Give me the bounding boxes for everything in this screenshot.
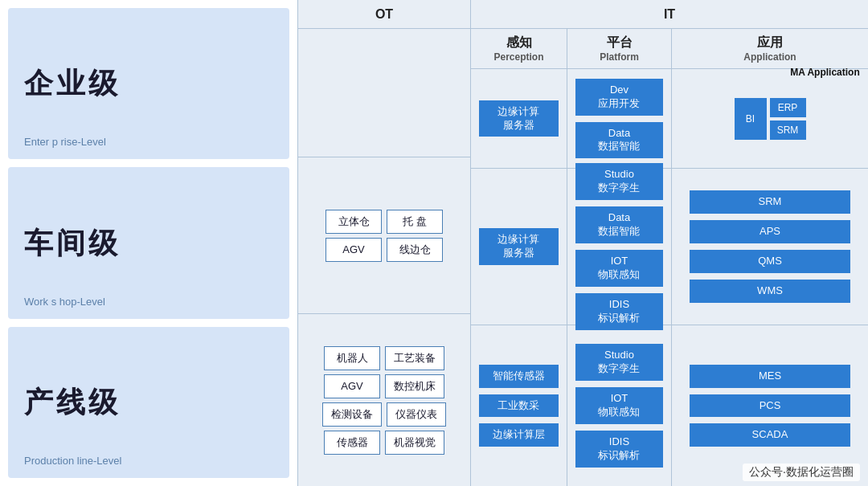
application-zh: 应用 bbox=[757, 35, 783, 51]
iot-p: IOT物联感知 bbox=[575, 387, 663, 424]
application-workshop: SRM APS QMS WMS bbox=[672, 169, 868, 325]
application-production: MES PCS SCADA bbox=[672, 325, 868, 486]
right-panel: OT IT 立体仓 托 盘 AGV 线边仓 bbox=[297, 0, 868, 486]
application-en: Application bbox=[743, 51, 796, 63]
application-enterprise: BI ERP SRM bbox=[672, 69, 868, 169]
perception-enterprise: 边缘计算服务器 bbox=[471, 69, 567, 169]
idis-w: IDIS标识解析 bbox=[575, 293, 663, 330]
ot-box-仪器仪表: 仪器仪表 bbox=[387, 402, 446, 427]
ot-workshop-section: 立体仓 托 盘 AGV 线边仓 bbox=[298, 157, 470, 314]
production-level-card: 产线级 Production line-Level bbox=[8, 327, 289, 478]
iot-w: IOT物联感知 bbox=[575, 250, 663, 287]
content-area: 立体仓 托 盘 AGV 线边仓 机器人 工艺装备 AGV bbox=[298, 29, 868, 486]
ot-enterprise-section bbox=[298, 29, 470, 157]
workshop-sub-text: Work s hop-Level bbox=[24, 296, 105, 308]
ot-workshop-row2: AGV 线边仓 bbox=[326, 238, 443, 262]
qms-box: QMS bbox=[690, 250, 851, 273]
mes-box: MES bbox=[690, 365, 851, 388]
ot-box-工艺装备: 工艺装备 bbox=[385, 346, 444, 370]
studio-digital-twin-p: Studio数字孪生 bbox=[575, 344, 663, 381]
platform-body: Dev应用开发 Data数据智能 Studio数字孪生 Data数据智能 IOT… bbox=[567, 69, 671, 486]
ot-box-托盘: 托 盘 bbox=[387, 210, 443, 234]
platform-zh: 平台 bbox=[607, 35, 633, 51]
ot-prod-row4: 传感器 机器视觉 bbox=[324, 431, 444, 455]
ot-box-agv-p: AGV bbox=[324, 374, 380, 398]
ot-prod-row3: 检测设备 仪器仪表 bbox=[322, 402, 446, 427]
ot-column: 立体仓 托 盘 AGV 线边仓 机器人 工艺装备 AGV bbox=[298, 29, 471, 486]
enterprise-sub-text: Enter p rise-Level bbox=[24, 136, 106, 148]
watermark: 公众号·数据化运营圈 bbox=[743, 464, 860, 481]
production-main-text: 产线级 bbox=[24, 386, 121, 419]
platform-en: Platform bbox=[600, 51, 639, 63]
perception-column: 感知 Perception 边缘计算服务器 边缘计算服务器 bbox=[471, 29, 567, 486]
it-header: IT bbox=[471, 0, 868, 28]
data-intelligence-ent: Data数据智能 bbox=[575, 122, 663, 159]
ma-application-label: MA Application bbox=[787, 66, 863, 80]
it-area: 感知 Perception 边缘计算服务器 边缘计算服务器 bbox=[471, 29, 868, 486]
edge-compute-layer: 边缘计算层 bbox=[479, 423, 559, 447]
srm-box-w: SRM bbox=[690, 190, 851, 214]
production-sub-text: Production line-Level bbox=[24, 455, 121, 467]
industrial-data: 工业数采 bbox=[479, 394, 559, 418]
ot-box-传感器: 传感器 bbox=[324, 431, 380, 455]
ot-box-数控机床: 数控机床 bbox=[385, 374, 444, 398]
app-enterprise-row1: BI ERP SRM bbox=[735, 98, 806, 140]
ot-prod-row2: AGV 数控机床 bbox=[324, 374, 444, 398]
perception-header: 感知 Perception bbox=[471, 29, 567, 69]
smart-sensor: 智能传感器 bbox=[479, 365, 559, 388]
platform-column: 平台 Platform Dev应用开发 Data数据智能 Studio数字孪生 … bbox=[567, 29, 672, 486]
platform-production: Studio数字孪生 IOT物联感知 IDIS标识解析 bbox=[567, 325, 671, 486]
ot-box-检测设备: 检测设备 bbox=[322, 402, 382, 427]
perception-workshop: 边缘计算服务器 bbox=[471, 169, 567, 325]
pcs-box: PCS bbox=[690, 394, 851, 418]
enterprise-level-card: 企业级 Enter p rise-Level bbox=[8, 8, 289, 159]
studio-digital-twin-w: Studio数字孪生 bbox=[575, 163, 663, 200]
perception-en: Perception bbox=[493, 51, 543, 63]
edge-server-enterprise: 边缘计算服务器 bbox=[479, 100, 559, 137]
srm-box-ent: SRM bbox=[770, 120, 806, 140]
ot-box-机器视觉: 机器视觉 bbox=[385, 431, 444, 455]
ot-workshop-row1: 立体仓 托 盘 bbox=[326, 210, 443, 234]
application-body: BI ERP SRM SRM APS QMS bbox=[672, 69, 868, 486]
perception-body: 边缘计算服务器 边缘计算服务器 智能传感器 工业数采 边缘计算层 bbox=[471, 69, 567, 486]
ot-header: OT bbox=[298, 0, 471, 28]
erp-box: ERP bbox=[770, 98, 806, 117]
wms-box: WMS bbox=[690, 280, 851, 303]
platform-header: 平台 Platform bbox=[567, 29, 671, 69]
dev-box: Dev应用开发 bbox=[575, 79, 663, 116]
aps-box: APS bbox=[690, 220, 851, 243]
workshop-main-text: 车间级 bbox=[24, 227, 121, 259]
platform-enterprise: Dev应用开发 Data数据智能 bbox=[567, 69, 671, 169]
idis-p: IDIS标识解析 bbox=[575, 431, 663, 468]
ot-box-agv-w: AGV bbox=[326, 238, 382, 262]
bi-box: BI bbox=[735, 98, 767, 140]
data-intelligence-w: Data数据智能 bbox=[575, 206, 663, 243]
platform-workshop: Studio数字孪生 Data数据智能 IOT物联感知 IDIS标识解析 bbox=[567, 169, 671, 325]
ot-box-立体仓: 立体仓 bbox=[326, 210, 382, 234]
left-panel: 企业级 Enter p rise-Level 车间级 Work s hop-Le… bbox=[0, 0, 297, 486]
enterprise-main-text: 企业级 bbox=[24, 67, 121, 100]
ot-production-section: 机器人 工艺装备 AGV 数控机床 检测设备 仪器仪表 传感器 机器视觉 bbox=[298, 314, 470, 486]
perception-production: 智能传感器 工业数采 边缘计算层 bbox=[471, 325, 567, 486]
perception-zh: 感知 bbox=[506, 35, 532, 51]
ot-box-机器人: 机器人 bbox=[324, 346, 380, 370]
scada-box: SCADA bbox=[690, 423, 851, 447]
application-header: 应用 Application bbox=[672, 29, 868, 69]
ot-prod-row1: 机器人 工艺装备 bbox=[324, 346, 444, 370]
application-column: 应用 Application BI ERP SRM bbox=[672, 29, 868, 486]
ot-box-线边仓: 线边仓 bbox=[387, 238, 443, 262]
workshop-level-card: 车间级 Work s hop-Level bbox=[8, 167, 289, 318]
header-row: OT IT bbox=[298, 0, 868, 29]
edge-server-workshop: 边缘计算服务器 bbox=[479, 228, 559, 265]
